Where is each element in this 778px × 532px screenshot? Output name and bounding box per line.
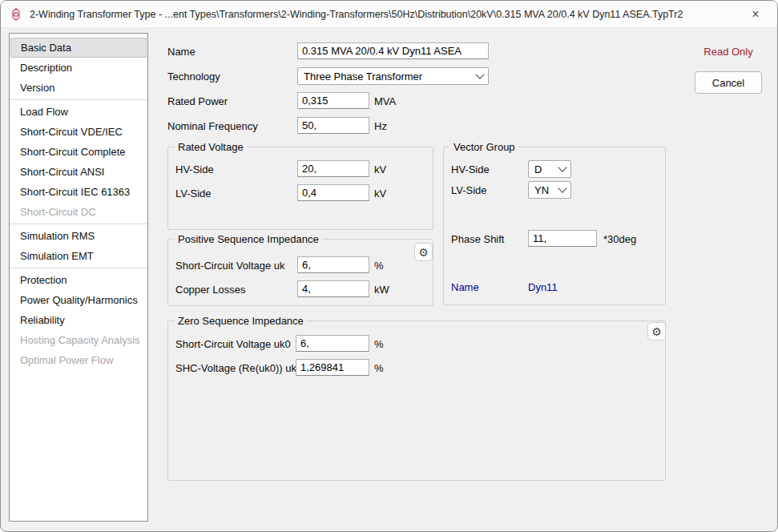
uk-unit: % xyxy=(374,257,384,274)
vector-group-name-label: Name xyxy=(451,279,479,296)
sidebar-divider xyxy=(10,99,147,100)
phase-shift-label: Phase Shift xyxy=(451,231,505,248)
window-title: 2-Winding Transformer Type - ...ent Type… xyxy=(30,9,683,20)
rated-voltage-lv-label: LV-Side xyxy=(175,185,212,202)
rated-voltage-hv-unit: kV xyxy=(374,161,386,178)
vector-group-hv-label: HV-Side xyxy=(451,161,490,178)
close-icon[interactable]: × xyxy=(740,4,771,25)
sidebar-item-short-circuit-vde-iec[interactable]: Short-Circuit VDE/IEC xyxy=(10,122,147,142)
sidebar-item-short-circuit-dc: Short-Circuit DC xyxy=(10,202,147,222)
vector-group-lv-dropdown[interactable]: YN xyxy=(528,181,571,199)
rated-power-label: Rated Power xyxy=(167,93,228,110)
sidebar-item-hosting-capacity-analysis: Hosting Capacity Analysis xyxy=(10,330,147,350)
chevron-down-icon xyxy=(475,70,484,79)
chevron-down-icon xyxy=(558,163,566,171)
zero-sequence-group-title: Zero Sequence Impedance xyxy=(175,315,307,327)
uk0-unit: % xyxy=(374,336,384,353)
chevron-down-icon xyxy=(558,183,566,192)
sidebar-item-description[interactable]: Description xyxy=(10,58,147,78)
copper-losses-label: Copper Losses xyxy=(175,281,245,298)
transformer-icon xyxy=(10,8,22,21)
phase-shift-unit: *30deg xyxy=(603,231,636,248)
sidebar-item-short-circuit-iec-61363[interactable]: Short-Circuit IEC 61363 xyxy=(10,182,147,202)
uk0-input[interactable] xyxy=(296,335,369,352)
vector-group-hv-dropdown[interactable]: D xyxy=(528,160,571,178)
sidebar-item-simulation-rms[interactable]: Simulation RMS xyxy=(10,226,147,246)
technology-value: Three Phase Transformer xyxy=(304,71,422,83)
phase-shift-input[interactable] xyxy=(528,230,597,247)
sidebar-item-protection[interactable]: Protection xyxy=(10,270,147,290)
technology-label: Technology xyxy=(167,68,220,85)
positive-sequence-settings-button[interactable]: ⚙ xyxy=(414,243,433,261)
transformer-type-dialog: 2-Winding Transformer Type - ...ent Type… xyxy=(0,0,778,532)
uk0r-unit: % xyxy=(374,360,384,377)
vector-group-hv-value: D xyxy=(534,163,542,175)
nominal-frequency-label: Nominal Frequency xyxy=(167,118,258,135)
cancel-button[interactable]: Cancel xyxy=(695,71,762,94)
uk-input[interactable] xyxy=(297,256,369,273)
copper-losses-input[interactable] xyxy=(297,280,369,297)
copper-losses-unit: kW xyxy=(374,281,389,298)
vector-group-lv-label: LV-Side xyxy=(451,182,487,199)
rated-power-unit: MVA xyxy=(374,93,396,110)
title-bar[interactable]: 2-Winding Transformer Type - ...ent Type… xyxy=(1,1,777,28)
vector-group-lv-value: YN xyxy=(534,184,549,196)
name-input[interactable] xyxy=(297,42,489,59)
sidebar-item-basic-data[interactable]: Basic Data xyxy=(10,38,147,58)
sidebar-item-reliability[interactable]: Reliability xyxy=(10,310,147,330)
uk0r-label: SHC-Voltage (Re(uk0)) uk0r xyxy=(175,360,306,377)
gear-icon: ⚙ xyxy=(418,246,429,259)
rated-voltage-lv-input[interactable] xyxy=(297,184,369,201)
sidebar-item-load-flow[interactable]: Load Flow xyxy=(10,102,147,122)
rated-voltage-hv-input[interactable] xyxy=(297,160,369,177)
sidebar-item-optimal-power-flow: Optimal Power Flow xyxy=(10,350,147,370)
technology-dropdown[interactable]: Three Phase Transformer xyxy=(297,67,489,85)
zero-sequence-settings-button[interactable]: ⚙ xyxy=(647,322,666,341)
sidebar-divider xyxy=(10,224,147,224)
uk0-label: Short-Circuit Voltage uk0 xyxy=(175,336,291,353)
gear-icon: ⚙ xyxy=(651,325,662,338)
sidebar-item-short-circuit-complete[interactable]: Short-Circuit Complete xyxy=(10,142,147,162)
rated-voltage-lv-unit: kV xyxy=(374,185,386,202)
name-label: Name xyxy=(167,43,196,60)
vector-group-name-value: Dyn11 xyxy=(528,279,558,296)
nominal-frequency-input[interactable] xyxy=(297,117,369,134)
pages-sidebar: Basic Data Description Version Load Flow… xyxy=(9,33,148,522)
rated-voltage-group-title: Rated Voltage xyxy=(175,141,247,153)
sidebar-item-power-quality-harmonics[interactable]: Power Quality/Harmonics xyxy=(10,290,147,310)
read-only-status: Read Only xyxy=(687,46,770,58)
uk0r-input[interactable] xyxy=(296,359,369,376)
sidebar-item-short-circuit-ansi[interactable]: Short-Circuit ANSI xyxy=(10,162,147,182)
nominal-frequency-unit: Hz xyxy=(374,118,387,135)
sidebar-item-simulation-emt[interactable]: Simulation EMT xyxy=(10,246,147,266)
positive-sequence-group-title: Positive Sequence Impedance xyxy=(175,233,322,245)
rated-voltage-hv-label: HV-Side xyxy=(175,161,214,178)
vector-group-group-title: Vector Group xyxy=(450,141,518,153)
sidebar-item-version[interactable]: Version xyxy=(10,78,147,98)
uk-label: Short-Circuit Voltage uk xyxy=(175,257,285,274)
sidebar-divider xyxy=(10,268,147,268)
rated-power-input[interactable] xyxy=(297,92,369,109)
